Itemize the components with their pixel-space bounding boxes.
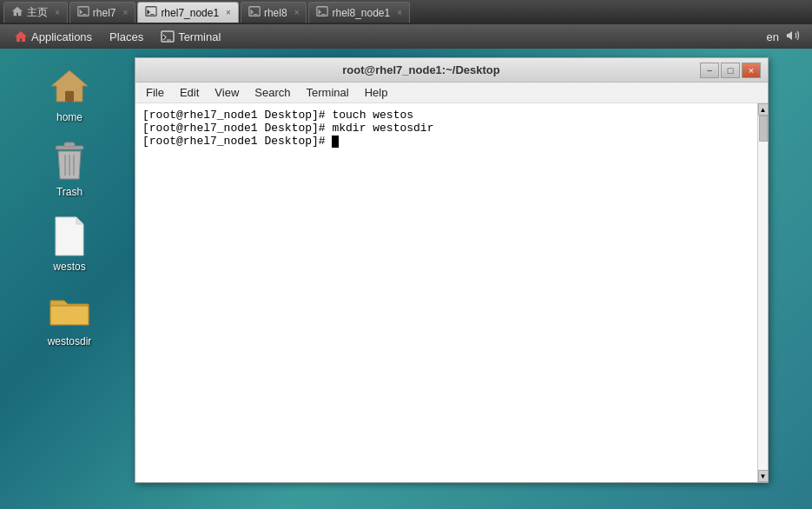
terminal-tab-icon-2 (145, 5, 157, 20)
terminal-tab-icon-3 (248, 5, 261, 20)
applications-button[interactable]: Applications (5, 24, 101, 49)
menu-edit[interactable]: Edit (173, 84, 206, 101)
sysbar-right: en (767, 29, 807, 45)
terminal-content[interactable]: [root@rhel7_node1 Desktop]# touch westos… (135, 103, 757, 482)
home-tab-icon (11, 5, 23, 20)
westosdir-icon-image (49, 290, 90, 332)
minimize-button[interactable]: − (700, 63, 719, 78)
home-icon-image (49, 66, 90, 108)
terminal-window: root@rhel7_node1:~/Desktop − □ × File Ed… (135, 57, 769, 483)
terminal-icon (161, 30, 175, 43)
terminal-line-3: [root@rhel7_node1 Desktop]# (142, 135, 750, 148)
close-button[interactable]: × (742, 63, 761, 78)
terminal-tab-icon-1 (77, 5, 89, 20)
terminal-title: root@rhel7_node1:~/Desktop (142, 63, 700, 76)
terminal-scrollbar[interactable]: ▲ ▼ (757, 103, 768, 482)
language-indicator: en (767, 30, 779, 43)
westos-icon-label: westos (53, 261, 85, 273)
tab-rhel8-label: rhel8 (264, 7, 287, 19)
tab-rhel7-node1-label: rhel7_node1 (161, 7, 219, 19)
terminal-label: Terminal (178, 30, 221, 43)
desktop: home Trash (0, 49, 812, 509)
tab-zhujie-label: 主页 (27, 5, 48, 20)
desktop-icon-westos[interactable]: westos (35, 215, 104, 273)
file-svg (52, 215, 87, 257)
trash-svg (51, 141, 88, 182)
terminal-line-1: [root@rhel7_node1 Desktop]# touch westos (142, 109, 750, 122)
menu-file[interactable]: File (139, 84, 171, 101)
tab-rhel7[interactable]: rhel7 × (69, 2, 136, 23)
tab-rhel8-node1-label: rhel8_node1 (332, 7, 390, 19)
tab-rhel7-node1[interactable]: rhel7_node1 × (137, 2, 239, 23)
menu-search[interactable]: Search (248, 84, 297, 101)
applications-label: Applications (31, 30, 92, 43)
terminal-body: [root@rhel7_node1 Desktop]# touch westos… (135, 103, 768, 482)
terminal-tab-icon-4 (316, 5, 328, 20)
places-button[interactable]: Places (101, 24, 152, 49)
scrollbar-thumb[interactable] (759, 116, 768, 142)
tab-rhel8-node1[interactable]: rhel8_node1 × (308, 2, 410, 23)
terminal-line-2: [root@rhel7_node1 Desktop]# mkdir westos… (142, 122, 750, 135)
menu-terminal[interactable]: Terminal (300, 84, 356, 101)
westos-icon-image (49, 215, 90, 257)
tab-rhel8-node1-close[interactable]: × (397, 8, 402, 17)
tab-rhel7-label: rhel7 (93, 7, 116, 19)
desktop-icon-westosdir[interactable]: westosdir (35, 290, 104, 347)
terminal-titlebar: root@rhel7_node1:~/Desktop − □ × (135, 58, 768, 83)
menu-view[interactable]: View (208, 84, 246, 101)
home-folder-svg (50, 67, 89, 107)
terminal-menubar: File Edit View Search Terminal Help (135, 83, 768, 103)
taskbar: 主页 × rhel7 × rhel7_node1 × (0, 0, 812, 24)
trash-icon-label: Trash (56, 186, 83, 198)
svg-rect-8 (64, 142, 75, 147)
terminal-cursor (332, 136, 339, 148)
trash-icon-image (49, 141, 90, 182)
desktop-icons: home Trash (35, 66, 104, 347)
places-label: Places (109, 30, 143, 43)
scrollbar-up-button[interactable]: ▲ (758, 103, 769, 116)
tab-zhujie[interactable]: 主页 × (3, 2, 68, 23)
desktop-icon-trash[interactable]: Trash (35, 141, 104, 198)
svg-rect-6 (65, 91, 74, 102)
westosdir-icon-label: westosdir (48, 335, 92, 347)
tab-rhel7-close[interactable]: × (123, 8, 129, 17)
tab-rhel7-node1-close[interactable]: × (226, 8, 231, 17)
volume-icon (786, 29, 800, 45)
folder-svg (49, 294, 90, 328)
sysbar: Applications Places Terminal en (0, 24, 812, 49)
window-controls: − □ × (700, 63, 761, 78)
tab-rhel8-close[interactable]: × (294, 8, 300, 17)
tab-rhel8[interactable]: rhel8 × (241, 2, 307, 23)
scrollbar-track (758, 116, 768, 470)
menu-help[interactable]: Help (358, 84, 395, 101)
scrollbar-down-button[interactable]: ▼ (758, 470, 769, 482)
terminal-button[interactable]: Terminal (152, 24, 229, 49)
desktop-icon-home[interactable]: home (35, 66, 104, 123)
tab-zhujie-close[interactable]: × (55, 8, 60, 17)
home-icon-label: home (56, 111, 83, 123)
maximize-button[interactable]: □ (721, 63, 740, 78)
home-icon (14, 30, 28, 43)
